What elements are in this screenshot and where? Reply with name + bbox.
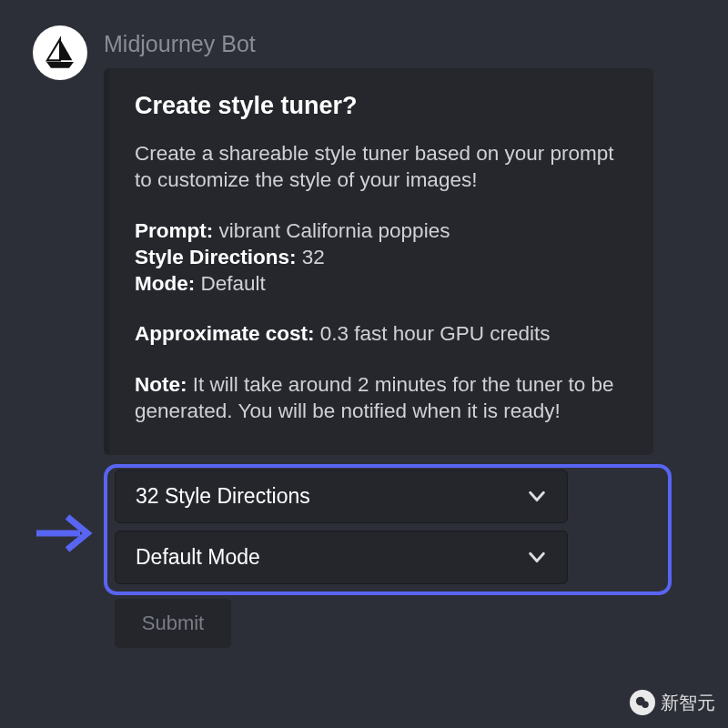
- svg-point-2: [642, 702, 649, 709]
- embed-cost: Approximate cost: 0.3 fast hour GPU cred…: [135, 320, 628, 347]
- wechat-icon: [630, 690, 655, 715]
- cost-value: 0.3 fast hour GPU credits: [320, 322, 551, 345]
- mode-select-label: Default Mode: [136, 545, 260, 570]
- mode-select[interactable]: Default Mode: [115, 531, 568, 584]
- embed-title: Create style tuner?: [135, 92, 628, 120]
- chevron-down-icon: [527, 547, 547, 567]
- embed-body: Create a shareable style tuner based on …: [135, 140, 628, 424]
- watermark-text: 新智元: [661, 691, 715, 715]
- embed-note: Note: It will take around 2 minutes for …: [135, 371, 628, 425]
- prompt-value: vibrant California poppies: [219, 219, 450, 242]
- mode-label: Mode:: [135, 272, 201, 295]
- note-value: It will take around 2 minutes for the tu…: [135, 373, 614, 422]
- watermark: 新智元: [630, 690, 715, 715]
- style-directions-select-label: 32 Style Directions: [136, 484, 310, 509]
- bot-name: Midjourney Bot: [104, 31, 664, 57]
- embed-params: Prompt: vibrant California poppies Style…: [135, 217, 628, 298]
- controls-group: 32 Style Directions Default Mode: [115, 470, 664, 584]
- mode-value: Default: [201, 272, 266, 295]
- style-dir-value: 32: [302, 246, 325, 268]
- chevron-down-icon: [527, 486, 547, 506]
- bot-avatar: [33, 25, 87, 80]
- embed-card: Create style tuner? Create a shareable s…: [104, 68, 653, 455]
- prompt-label: Prompt:: [135, 219, 219, 242]
- arrow-right-icon: [35, 513, 93, 557]
- style-directions-select[interactable]: 32 Style Directions: [115, 470, 568, 523]
- sailboat-icon: [42, 35, 78, 71]
- note-label: Note:: [135, 373, 193, 396]
- style-dir-label: Style Directions:: [135, 246, 302, 268]
- submit-button[interactable]: Submit: [115, 599, 231, 648]
- cost-label: Approximate cost:: [135, 322, 320, 345]
- embed-intro: Create a shareable style tuner based on …: [135, 140, 628, 194]
